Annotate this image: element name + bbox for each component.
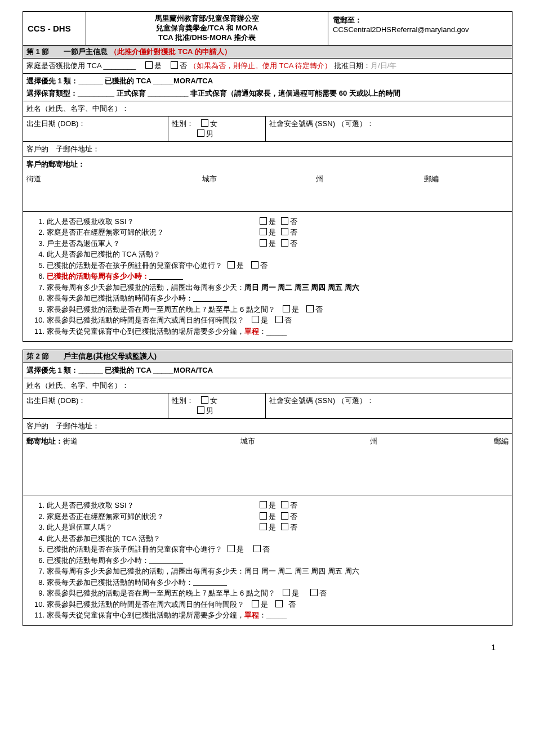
s2-customer-email-row[interactable]: 客戶的 子郵件地址： — [23, 419, 512, 434]
addr-state[interactable]: 州 — [313, 172, 421, 211]
q6-hours[interactable] — [149, 279, 183, 280]
s2-dob-gender-ssn-row: 出生日期 (DOB)： 性別： 女 男 社會安全號碼 (SSN) （可選）： — [23, 393, 512, 419]
s2-q9-yes[interactable] — [283, 589, 290, 596]
s2-mail-addr-row[interactable]: 郵寄地址：街道 城市 州 郵編 — [23, 434, 512, 495]
s2-q10-yes[interactable] — [252, 600, 259, 607]
addr-city[interactable]: 城市 — [199, 172, 313, 211]
tca-approved-row: 家庭是否獲批使用 TCA ________ 是 否 （如果為否，則停止。使用 T… — [23, 59, 512, 74]
addr-street[interactable]: 街道 — [23, 172, 199, 211]
s2-q9-no[interactable] — [310, 589, 318, 596]
s2-ssn-field[interactable]: 社會安全號碼 (SSN) （可選）： — [265, 393, 512, 418]
name-row[interactable]: 姓名（姓氏、名字、中間名）： — [23, 101, 512, 117]
q10-no[interactable] — [275, 316, 283, 323]
q10-yes[interactable] — [252, 316, 259, 323]
form-header: CCS - DHS 馬里蘭州教育部/兒童保育辦公室 兒童保育獎學金/TCA 和 … — [23, 12, 512, 46]
s2-q5-yes[interactable] — [228, 545, 235, 552]
section-1-title: 第 1 節 一節戶主信息 （此推介僅針對獲批 TCA 的申請人） — [23, 46, 512, 59]
s2-addr-city[interactable]: 城市 — [240, 436, 370, 493]
s2-q5-no[interactable] — [253, 545, 261, 552]
gender-female-checkbox[interactable] — [201, 119, 208, 127]
s2-q1-no[interactable] — [281, 501, 288, 508]
q1-yes[interactable] — [260, 217, 267, 225]
section-2-title: 第 2 節 戶主信息(其他父母或監護人) — [23, 350, 512, 363]
q9-yes[interactable] — [283, 305, 290, 312]
q2-no[interactable] — [281, 228, 288, 235]
tca-yes-checkbox[interactable] — [145, 61, 153, 69]
section-1-questions: 1.此人是否已獲批收取 SSI？是 否 2.家庭是否正在經歷無家可歸的狀況？是 … — [23, 212, 512, 342]
q3-yes[interactable] — [260, 239, 267, 247]
s2-gender-male-checkbox[interactable] — [197, 406, 204, 414]
dob-gender-ssn-row: 出生日期 (DOB)： 性別： 女 男 社會安全號碼 (SSN) （可選）： — [23, 117, 512, 142]
priority-row[interactable]: 選擇優先 1 類：______ 已獲批的 TCA _____MORA/TCA — [23, 74, 512, 86]
mail-addr-label: 客戶的郵寄地址： — [23, 157, 512, 172]
s2-q8-hours[interactable] — [193, 585, 227, 586]
email-address: CCSCentral2DHSReferral@maryland.gov — [333, 25, 507, 34]
addr-zip[interactable]: 郵編 — [421, 172, 512, 211]
q1-no[interactable] — [281, 217, 288, 225]
s2-q10-no[interactable] — [275, 600, 283, 607]
q3-no[interactable] — [281, 239, 288, 247]
section-2-questions: 1.此人是否已獲批收取 SSI？是 否 2.家庭是否正在經歷無家可歸的狀況？是 … — [23, 495, 512, 625]
s2-q2-yes[interactable] — [260, 512, 267, 520]
mail-addr-fields[interactable]: 街道 城市 州 郵編 — [23, 172, 512, 211]
s2-q3-yes[interactable] — [260, 523, 267, 530]
q8-hours[interactable] — [193, 301, 227, 302]
s2-addr-zip[interactable]: 郵編 — [471, 436, 509, 493]
q2-yes[interactable] — [260, 228, 267, 235]
dob-field[interactable]: 出生日期 (DOB)： — [23, 117, 168, 141]
s2-name-row[interactable]: 姓名（姓氏、名字、中間名）： — [23, 378, 512, 393]
gender-field: 性別： 女 男 — [168, 117, 265, 141]
page-number: 1 — [23, 626, 512, 652]
s2-q1-yes[interactable] — [260, 501, 267, 508]
q9-no[interactable] — [306, 305, 314, 312]
s2-gender-field: 性別： 女 男 — [168, 393, 265, 418]
s2-priority-row[interactable]: 選擇優先 1 類：______ 已獲批的 TCA _____MORA/TCA — [23, 363, 512, 378]
s2-q6-hours[interactable] — [149, 563, 183, 564]
q5-no[interactable] — [251, 261, 258, 269]
care-type-row[interactable]: 選擇保育類型：_________ 正式保育 __________ 非正式保育（請… — [23, 86, 512, 101]
tca-no-checkbox[interactable] — [171, 61, 178, 69]
ssn-field[interactable]: 社會安全號碼 (SSN) （可選）： — [265, 117, 512, 141]
s2-q2-no[interactable] — [281, 512, 288, 520]
s2-gender-female-checkbox[interactable] — [201, 396, 208, 404]
s2-dob-field[interactable]: 出生日期 (DOB)： — [23, 393, 168, 418]
q5-yes[interactable] — [228, 261, 235, 269]
customer-email-row[interactable]: 客戶的 子郵件地址： — [23, 142, 512, 157]
s2-q3-no[interactable] — [281, 523, 288, 530]
form-title: 馬里蘭州教育部/兒童保育辦公室 兒童保育獎學金/TCA 和 MORA TCA 批… — [86, 12, 328, 45]
s2-addr-state[interactable]: 州 — [370, 436, 471, 493]
gender-male-checkbox[interactable] — [197, 129, 204, 137]
email-to: 電郵至： CCSCentral2DHSReferral@maryland.gov — [328, 12, 512, 45]
agency-label: CCS - DHS — [23, 12, 86, 45]
